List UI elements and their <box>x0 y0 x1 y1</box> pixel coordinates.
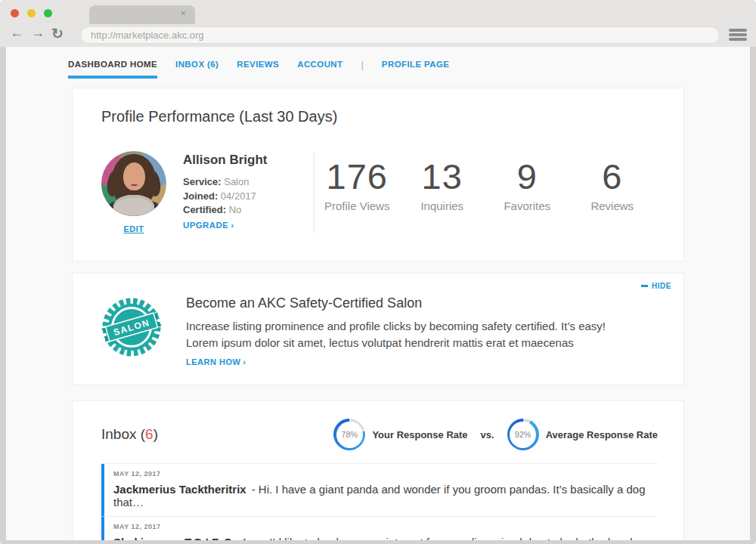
stat-reviews: 6 Reviews <box>570 156 655 233</box>
promo-line-2: Lorem ipsum dolor sit amet, lectus volut… <box>186 335 655 351</box>
message-date: MAY 12, 2017 <box>113 523 658 530</box>
traffic-lights <box>11 9 52 17</box>
browser-chrome: × ← → ↻ http://marketplace.akc.org <box>0 0 756 47</box>
performance-title: Profile Performance (Last 30 Days) <box>101 108 655 125</box>
edit-profile-link[interactable]: EDIT <box>101 224 166 233</box>
your-response-rate-ring: 78% <box>333 419 365 450</box>
chevron-right-icon: › <box>243 357 246 366</box>
close-window-icon[interactable] <box>11 9 19 17</box>
certified-field: Certified: No <box>183 203 267 218</box>
browser-toolbar: ← → ↻ http://marketplace.akc.org <box>0 24 756 47</box>
tab-dashboard-home[interactable]: DASHBOARD HOME <box>68 60 157 79</box>
tab-account[interactable]: ACCOUNT <box>297 60 342 76</box>
tab-profile-page[interactable]: PROFILE PAGE <box>382 60 450 76</box>
minus-icon <box>641 285 648 287</box>
safety-certified-promo-card: HIDE SALON Become an AKC Safe <box>72 273 684 385</box>
service-field: Service: Salon <box>183 175 267 190</box>
inbox-title: Inbox (6) <box>101 426 158 443</box>
average-response-rate-label: Average Response Rate <box>546 429 658 440</box>
stat-profile-views: 176 Profile Views <box>314 156 400 233</box>
stats-row: 176 Profile Views 13 Inquiries 9 Favorit… <box>314 151 655 233</box>
minimize-window-icon[interactable] <box>27 9 36 17</box>
message-row[interactable]: MAY 12, 2017 Jackmerius Tacktheritrix- H… <box>101 464 658 517</box>
stat-favorites: 9 Favorites <box>485 156 570 233</box>
browser-tab[interactable]: × <box>89 5 195 24</box>
hamburger-menu-icon[interactable] <box>729 29 747 43</box>
vs-label: vs. <box>481 429 494 440</box>
forward-icon[interactable]: → <box>31 25 45 41</box>
message-row[interactable]: MAY 12, 2017 Shakiraquan T.G.I.F. Carter… <box>101 517 658 540</box>
joined-field: Joined: 04/2017 <box>183 190 267 204</box>
refresh-icon[interactable]: ↻ <box>51 25 64 42</box>
promo-line-1: Increase listing prominence and profile … <box>186 318 655 335</box>
tab-reviews[interactable]: REVIEWS <box>237 60 279 76</box>
hide-promo-button[interactable]: HIDE <box>641 282 671 290</box>
unread-count: 6 <box>145 426 153 442</box>
inbox-card: Inbox (6) 78% Your Response Rate vs. 92%… <box>72 400 684 540</box>
url-bar[interactable]: http://marketplace.akc.org <box>80 26 720 44</box>
page: DASHBOARD HOME INBOX (6) REVIEWS ACCOUNT… <box>6 47 750 540</box>
promo-title: Become an AKC Safety-Certified Salon <box>186 295 655 311</box>
nav-divider: | <box>361 59 363 70</box>
maximize-window-icon[interactable] <box>44 9 52 17</box>
stat-inquiries: 13 Inquiries <box>400 156 485 233</box>
back-icon[interactable]: ← <box>10 25 23 41</box>
profile-performance-card: Profile Performance (Last 30 Days) EDIT … <box>72 88 684 261</box>
browser-window: × ← → ↻ http://marketplace.akc.org DASHB… <box>0 0 756 544</box>
learn-how-link[interactable]: LEARN HOW› <box>186 357 655 366</box>
chevron-right-icon: › <box>231 221 234 230</box>
message-date: MAY 12, 2017 <box>113 470 658 478</box>
your-response-rate-label: Your Response Rate <box>372 429 467 440</box>
average-response-rate-ring: 92% <box>507 419 539 450</box>
message-sender: Jackmerius Tacktheritrix <box>113 483 246 496</box>
response-rates: 78% Your Response Rate vs. 92% Average R… <box>333 419 658 450</box>
avatar <box>101 151 166 216</box>
salon-badge-icon: SALON <box>101 297 162 360</box>
message-list: MAY 12, 2017 Jackmerius Tacktheritrix- H… <box>101 463 658 540</box>
tab-close-icon[interactable]: × <box>180 8 186 19</box>
profile-name: Allison Bright <box>183 153 267 168</box>
profile-block: EDIT Allison Bright Service: Salon Joine… <box>101 151 314 233</box>
top-nav: DASHBOARD HOME INBOX (6) REVIEWS ACCOUNT… <box>6 47 750 79</box>
tab-inbox[interactable]: INBOX (6) <box>175 60 218 76</box>
message-sender: Shakiraquan T.G.I.F. Carter <box>113 536 257 540</box>
upgrade-link[interactable]: UPGRADE› <box>183 221 267 230</box>
